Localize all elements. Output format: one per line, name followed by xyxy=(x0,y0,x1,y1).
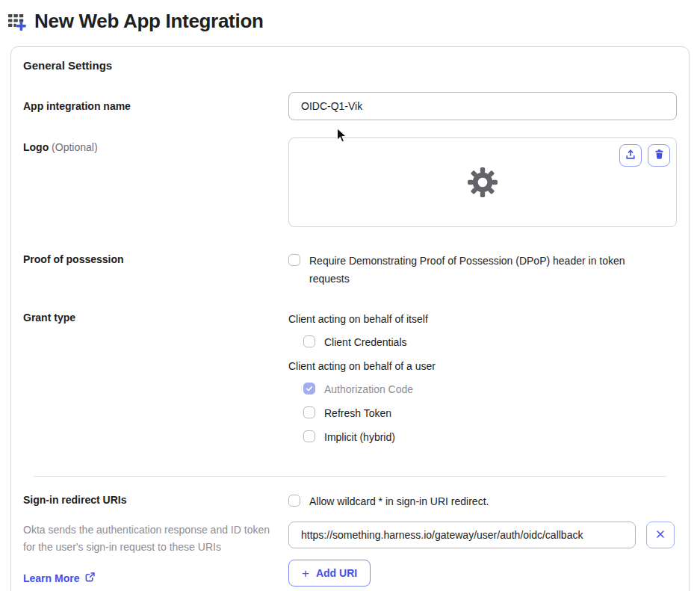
grant-type-label: Grant type xyxy=(23,312,288,324)
logo-optional-hint: (Optional) xyxy=(52,141,97,153)
redirect-uris-description: Okta sends the authentication response a… xyxy=(23,522,273,556)
grant-type-row: Grant type Client acting on behalf of it… xyxy=(23,312,677,454)
dpop-row: Proof of possession Require Demonstratin… xyxy=(23,253,677,288)
x-close-icon xyxy=(655,529,666,542)
uri-row xyxy=(288,522,677,548)
redirect-uris-label: Sign-in redirect URIs xyxy=(23,494,288,506)
redirect-uris-row: Sign-in redirect URIs Okta sends the aut… xyxy=(23,494,677,587)
logo-row: Logo (Optional) xyxy=(23,137,677,227)
app-name-label: App integration name xyxy=(23,92,288,112)
dpop-label: Proof of possession xyxy=(23,253,288,265)
grant-option-refresh-token: Refresh Token xyxy=(303,406,677,421)
plus-icon: + xyxy=(302,567,309,580)
remove-uri-button[interactable] xyxy=(646,522,675,548)
grant-group-user-title: Client acting on behalf of a user xyxy=(288,359,677,374)
upload-logo-button[interactable] xyxy=(619,144,642,167)
external-link-icon xyxy=(84,572,96,585)
logo-label-text: Logo xyxy=(23,141,49,153)
app-grid-plus-icon xyxy=(7,11,28,31)
page-title: New Web App Integration xyxy=(34,10,264,33)
add-uri-button[interactable]: + Add URI xyxy=(288,560,371,587)
grant-group-self-title: Client acting on behalf of itself xyxy=(288,312,677,327)
add-uri-label: Add URI xyxy=(316,567,357,579)
implicit-hybrid-checkbox[interactable] xyxy=(303,430,315,442)
refresh-token-label: Refresh Token xyxy=(324,406,391,421)
learn-more-link[interactable]: Learn More xyxy=(23,572,96,585)
authorization-code-label: Authorization Code xyxy=(324,382,413,397)
app-name-input[interactable] xyxy=(288,92,677,120)
client-credentials-checkbox[interactable] xyxy=(303,335,315,347)
general-settings-card: General Settings App integration name Lo… xyxy=(10,46,690,591)
logo-dropzone[interactable] xyxy=(288,137,677,227)
delete-logo-button[interactable] xyxy=(648,144,670,167)
logo-actions xyxy=(619,144,670,167)
dpop-checkbox-label: Require Demonstrating Proof of Possessio… xyxy=(309,252,649,288)
client-credentials-label: Client Credentials xyxy=(324,335,407,350)
dpop-checkbox[interactable] xyxy=(288,254,300,266)
wildcard-checkbox[interactable] xyxy=(288,495,300,507)
grant-option-implicit: Implicit (hybrid) xyxy=(303,430,677,445)
checkmark-icon xyxy=(305,384,314,393)
grant-option-authorization-code: Authorization Code xyxy=(303,382,677,397)
wildcard-checkbox-label: Allow wildcard * in sign-in URI redirect… xyxy=(309,494,489,509)
logo-label: Logo (Optional) xyxy=(23,137,288,153)
upload-icon xyxy=(624,148,637,164)
grant-option-client-credentials: Client Credentials xyxy=(303,335,677,350)
implicit-hybrid-label: Implicit (hybrid) xyxy=(324,430,395,445)
app-name-row: App integration name xyxy=(23,92,677,120)
section-heading: General Settings xyxy=(23,59,677,72)
learn-more-label: Learn More xyxy=(23,572,79,584)
refresh-token-checkbox[interactable] xyxy=(303,406,315,418)
redirect-uri-input[interactable] xyxy=(288,522,636,548)
section-divider xyxy=(34,476,666,477)
gear-icon xyxy=(467,167,498,198)
authorization-code-checkbox[interactable] xyxy=(303,383,315,394)
trash-icon xyxy=(653,148,666,163)
page-header: New Web App Integration xyxy=(0,0,700,33)
